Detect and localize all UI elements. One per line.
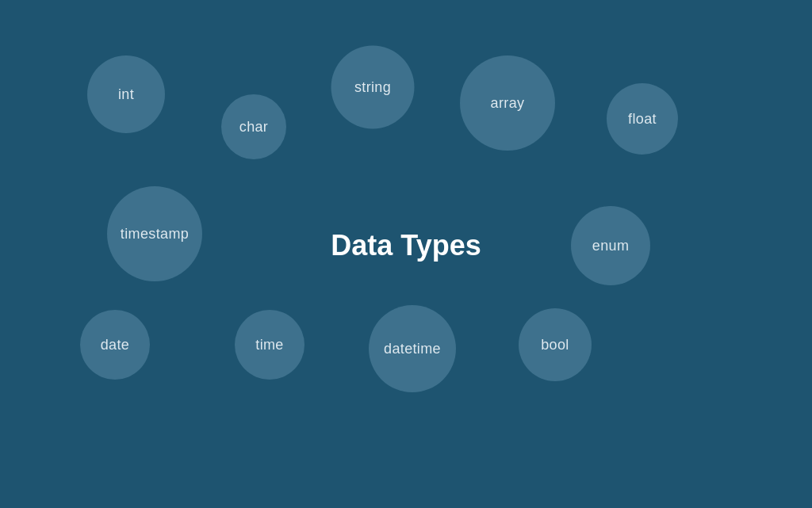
bubble-bool[interactable]: bool: [519, 308, 592, 381]
bubble-int[interactable]: int: [87, 55, 165, 133]
bubble-label-timestamp: timestamp: [121, 226, 189, 243]
main-title: Data Types: [331, 229, 481, 262]
bubble-datetime[interactable]: datetime: [369, 305, 456, 392]
bubble-array[interactable]: array: [460, 55, 555, 151]
bubble-time[interactable]: time: [235, 310, 304, 380]
bubble-label-array: array: [491, 95, 525, 112]
bubble-float[interactable]: float: [607, 83, 678, 155]
bubble-label-time: time: [255, 337, 283, 353]
bubble-label-enum: enum: [592, 238, 629, 254]
bubble-label-date: date: [101, 337, 129, 353]
bubble-label-string: string: [354, 79, 391, 96]
main-canvas: Data Types intcharstringarrayfloattimest…: [0, 0, 812, 508]
bubble-date[interactable]: date: [80, 310, 150, 380]
bubble-label-float: float: [628, 111, 657, 128]
bubble-label-int: int: [118, 86, 134, 103]
bubble-label-bool: bool: [541, 337, 569, 353]
bubble-label-char: char: [239, 119, 268, 136]
bubble-char[interactable]: char: [221, 94, 286, 159]
bubble-label-datetime: datetime: [384, 341, 441, 357]
bubble-enum[interactable]: enum: [571, 206, 650, 285]
bubble-timestamp[interactable]: timestamp: [107, 186, 202, 281]
bubble-string[interactable]: string: [331, 46, 415, 129]
